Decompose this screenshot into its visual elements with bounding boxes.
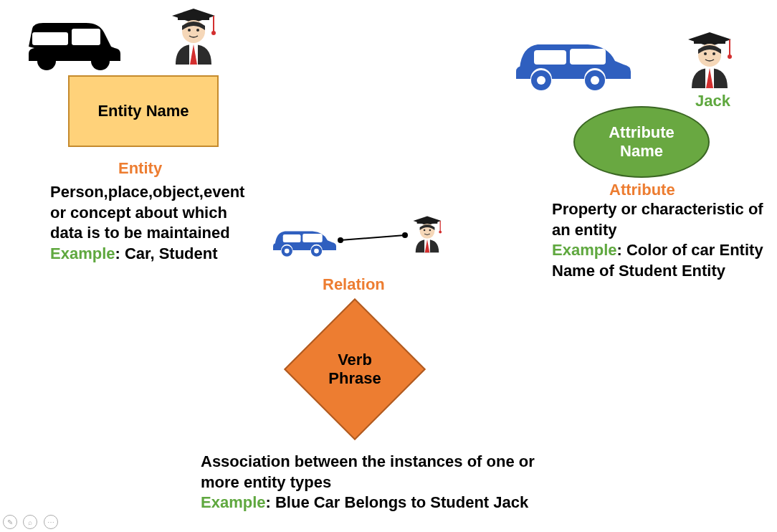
svg-rect-29 (302, 234, 323, 242)
svg-point-41 (439, 231, 442, 234)
relation-description: Association between the instances of one… (201, 452, 559, 513)
example-text: : Color of car Entity (617, 241, 763, 259)
relation-desc-line: more entity types (201, 472, 559, 493)
svg-point-26 (704, 52, 707, 55)
relation-icons (265, 212, 452, 272)
example-label: Example (201, 493, 266, 511)
svg-point-11 (188, 29, 191, 32)
svg-point-3 (91, 52, 110, 70)
svg-rect-28 (283, 234, 301, 242)
svg-point-2 (37, 52, 56, 70)
example-text: : Blue Car Belongs to Student Jack (266, 493, 529, 511)
entity-example: Example: Car, Student (50, 244, 265, 265)
svg-point-18 (591, 76, 599, 85)
svg-point-12 (196, 29, 199, 32)
relation-example: Example: Blue Car Belongs to Student Jac… (201, 493, 559, 513)
car-blue-icon-large (502, 22, 645, 96)
example-text: Name of Student Entity (552, 261, 774, 282)
attribute-description: Property or characteristic of an entity … (552, 199, 774, 281)
attribute-title: Attribute (609, 181, 675, 199)
entity-title: Entity (118, 159, 162, 178)
attribute-example: Example: Color of car Entity (552, 240, 774, 261)
zoom-icon[interactable]: ⌕ (23, 515, 37, 529)
entity-shape: Entity Name (68, 75, 219, 147)
entity-icons (14, 7, 136, 75)
svg-point-27 (712, 52, 715, 55)
attribute-shape-label-1: Attribute (609, 123, 674, 142)
car-black-icon (14, 7, 136, 72)
svg-point-17 (537, 76, 545, 85)
entity-description: Person,place,object,event or concept abo… (50, 182, 265, 264)
relation-shape-label-1: Verb (328, 351, 381, 369)
svg-rect-13 (534, 50, 566, 65)
example-label: Example (552, 241, 617, 259)
svg-point-45 (429, 229, 432, 232)
entity-desc-line: data is to be maintained (50, 223, 265, 244)
example-text: : Car, Student (115, 244, 218, 262)
svg-point-33 (314, 249, 319, 254)
svg-line-34 (340, 235, 405, 240)
attribute-shape: Attribute Name (573, 106, 710, 178)
svg-point-23 (728, 54, 732, 59)
toolbar: ✎ ⌕ ⋯ (3, 515, 61, 530)
svg-point-35 (338, 237, 343, 243)
relation-desc-line: Association between the instances of one… (201, 452, 559, 472)
svg-rect-1 (72, 29, 100, 45)
relation-title: Relation (323, 275, 385, 294)
jack-label: Jack (695, 92, 730, 110)
svg-point-32 (285, 249, 290, 254)
entity-desc-line: Person,place,object,event (50, 182, 265, 203)
entity-shape-label: Entity Name (97, 102, 189, 120)
svg-point-8 (211, 31, 216, 35)
student-icon-1 (165, 1, 222, 69)
more-icon[interactable]: ⋯ (44, 515, 58, 529)
example-label: Example (50, 244, 115, 262)
attribute-desc-line: an entity (552, 220, 774, 241)
svg-point-44 (424, 229, 426, 232)
attribute-shape-label-2: Name (609, 142, 674, 161)
student-icon-2 (681, 25, 738, 92)
relation-shape-label-2: Phrase (328, 369, 381, 388)
attribute-desc-line: Property or characteristic of (552, 199, 774, 220)
svg-rect-0 (32, 32, 68, 45)
entity-desc-line: or concept about which (50, 203, 265, 224)
pen-icon[interactable]: ✎ (3, 515, 17, 529)
svg-point-36 (402, 232, 408, 238)
relation-shape: Verb Phrase (283, 298, 426, 441)
svg-rect-14 (570, 49, 606, 65)
